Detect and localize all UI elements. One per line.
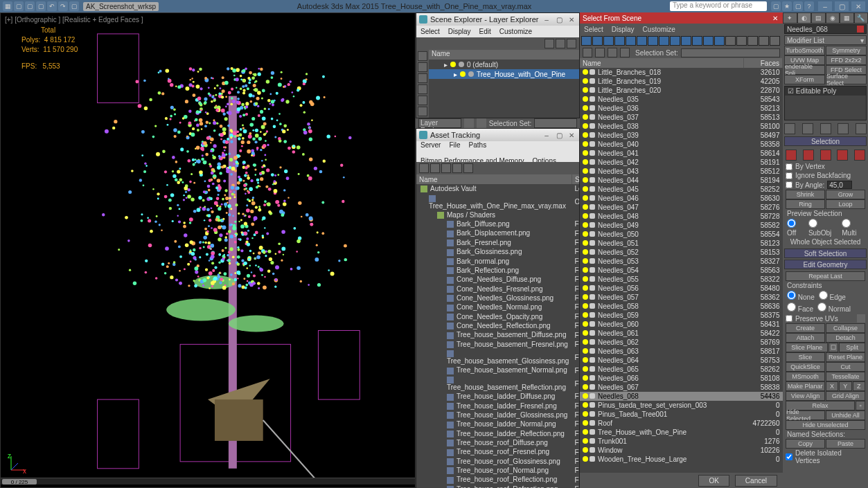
scene-row[interactable]: Needles_05358327	[580, 257, 783, 266]
ignore-backfacing-checkbox[interactable]	[786, 172, 792, 179]
tool-icon[interactable]	[567, 39, 576, 48]
constraint-edge-radio[interactable]	[819, 291, 828, 300]
filter-icon[interactable]	[603, 36, 614, 46]
modifier-button[interactable]: XForm	[784, 75, 825, 84]
tab-utilities-icon[interactable]: 🔧	[854, 12, 869, 24]
hide-selected-button[interactable]: Hide Selected	[786, 410, 825, 420]
link-icon[interactable]: ▢	[69, 1, 79, 11]
help-search-input[interactable]: Type a keyword or phrase	[670, 1, 767, 11]
filter-icon[interactable]	[670, 36, 680, 46]
filter-icon[interactable]	[714, 36, 725, 46]
scene-row[interactable]: Little_Branches_02022870	[580, 86, 783, 95]
tool-icon[interactable]	[595, 48, 605, 57]
asset-row[interactable]: Cone_Needles_Opacity.pngFound	[416, 312, 579, 321]
scene-row[interactable]: Needles_05458563	[580, 266, 783, 275]
relax-settings-icon[interactable]: ▫	[856, 401, 865, 410]
filter-icon[interactable]	[418, 73, 427, 83]
planar-y-button[interactable]: Y	[839, 381, 851, 391]
make-planar-button[interactable]: Make Planar	[786, 381, 825, 391]
scene-row[interactable]: Needles_06158422	[580, 329, 783, 338]
scene-row[interactable]: Needles_04258191	[580, 158, 783, 167]
slice-plane-button[interactable]: Slice Plane	[786, 343, 828, 352]
menu-item[interactable]: Select	[420, 28, 440, 35]
quickslice-button[interactable]: QuickSlice	[786, 362, 825, 372]
preview-off-radio[interactable]	[787, 219, 796, 228]
close-icon[interactable]: ✕	[567, 130, 576, 140]
asset-row[interactable]: Bark_Reflection.pngFound	[416, 266, 579, 275]
asset-row[interactable]: Bark_Glossiness.pngFound	[416, 247, 579, 256]
asset-row[interactable]: Tree_house_ladder_Diffuse.pngFound	[416, 392, 579, 401]
constraint-normal-radio[interactable]	[817, 302, 826, 311]
menu-item[interactable]: Display	[448, 28, 471, 35]
collapse-button[interactable]: Collapse	[826, 323, 865, 333]
modifier-button[interactable]: TurboSmooth	[784, 46, 825, 55]
filter-icon[interactable]	[681, 36, 691, 46]
settings-icon[interactable]	[857, 314, 865, 323]
scene-row[interactable]: Needles_06558262	[580, 365, 783, 374]
viewport-canvas[interactable]	[1, 13, 415, 487]
modifier-button[interactable]: Symmetry	[826, 46, 867, 55]
asset-row[interactable]: Maps / Shaders	[416, 210, 579, 219]
scene-row[interactable]: Needles_05958375	[580, 311, 783, 320]
scene-row[interactable]: Needles_05658480	[580, 284, 783, 293]
attach-button[interactable]: Attach	[786, 333, 825, 343]
tessellate-button[interactable]: Tessellate	[826, 372, 865, 381]
asset-row[interactable]: Tree_House_with_One_Pine_max_vray.maxOk	[416, 193, 579, 210]
asset-list[interactable]: NameStatus Autodesk VaultLoggedTree_Hous…	[416, 174, 579, 488]
scene-row[interactable]: Needles_04758276	[580, 203, 783, 212]
show-icon[interactable]	[802, 123, 813, 134]
filter-icon[interactable]	[418, 84, 427, 94]
star-icon[interactable]: ★	[782, 1, 792, 11]
asset-row[interactable]: Tree_house_basement_Reflection.pngFound	[416, 375, 579, 392]
app-icon[interactable]: ▦	[3, 1, 12, 11]
tree-row[interactable]: ▸0 (default)	[429, 60, 579, 69]
detach-button[interactable]: Detach	[826, 333, 865, 343]
modifier-button[interactable]: Surface Select	[826, 75, 867, 84]
scene-row[interactable]: Needles_04658630	[580, 194, 783, 203]
modifier-list-dropdown[interactable]: Modifier List▾	[784, 35, 867, 45]
border-icon[interactable]	[820, 150, 831, 161]
scene-row[interactable]: Pinus_taeda_tree_set_version_0030	[580, 401, 783, 410]
scene-row[interactable]: Needles_05158123	[580, 239, 783, 248]
scene-row[interactable]: Needles_03858100	[580, 122, 783, 131]
save-icon[interactable]: ▢	[36, 1, 46, 11]
filter-icon[interactable]	[637, 36, 647, 46]
asset-row[interactable]: Tree_house_ladder_Fresnel.pngFound	[416, 401, 579, 410]
copy-button[interactable]: Copy	[786, 439, 825, 449]
asset-row[interactable]: Tree_house_basement_Normal.pngFound	[416, 365, 579, 374]
scene-row[interactable]: Needles_03658213	[580, 104, 783, 113]
asset-row[interactable]: Bark_normal.pngFound	[416, 257, 579, 266]
tool-icon[interactable]	[556, 39, 565, 48]
scene-row[interactable]: Needles_04958582	[580, 221, 783, 230]
soft-selection-rollout-header[interactable]: Soft Selection	[784, 248, 867, 258]
tool-icon[interactable]	[544, 39, 554, 48]
delete-iso-checkbox[interactable]	[786, 453, 792, 460]
vertex-icon[interactable]	[786, 150, 797, 161]
angle-spinner[interactable]: 45,0	[827, 181, 852, 189]
asset-row[interactable]: Bark_Displacement.pngFound	[416, 228, 579, 237]
shrink-button[interactable]: Shrink	[786, 190, 825, 199]
scene-row[interactable]: Needles_03758513	[580, 113, 783, 122]
asset-row[interactable]: Tree_house_roof_Diffuse.pngFound	[416, 438, 579, 447]
menu-item[interactable]: Paths	[469, 141, 487, 149]
redo-icon[interactable]: ↷	[58, 1, 68, 11]
scene-row[interactable]: Window10226	[580, 446, 783, 455]
grid-align-button[interactable]: Grid Align	[826, 391, 865, 401]
close-icon[interactable]: ✕	[770, 15, 780, 22]
tab-modify-icon[interactable]: ◐	[797, 12, 812, 24]
preserve-uvs-checkbox[interactable]	[786, 315, 792, 322]
unhide-all-button[interactable]: Unhide All	[826, 410, 865, 420]
ok-button[interactable]: OK	[698, 475, 729, 487]
column-header-name[interactable]: Name	[429, 50, 579, 60]
scene-row[interactable]: Needles_06458753	[580, 356, 783, 365]
filter-icon[interactable]	[626, 36, 636, 46]
tool-icon[interactable]	[419, 163, 429, 173]
workspace-dropdown[interactable]: AK_Screenshot_wrksp	[83, 2, 159, 11]
grow-button[interactable]: Grow	[826, 190, 865, 199]
asset-row[interactable]: Cone_Needles_Diffuse.pngFound	[416, 275, 579, 284]
menu-item[interactable]: Display	[612, 26, 635, 33]
asset-row[interactable]: Cone_Needles_Normal.pngFound	[416, 302, 579, 311]
viewport[interactable]: [+] [Orthographic ] [Realistic + Edged F…	[0, 12, 416, 488]
col-status[interactable]: Status	[572, 174, 579, 184]
maximize-icon[interactable]: ▢	[554, 15, 564, 24]
